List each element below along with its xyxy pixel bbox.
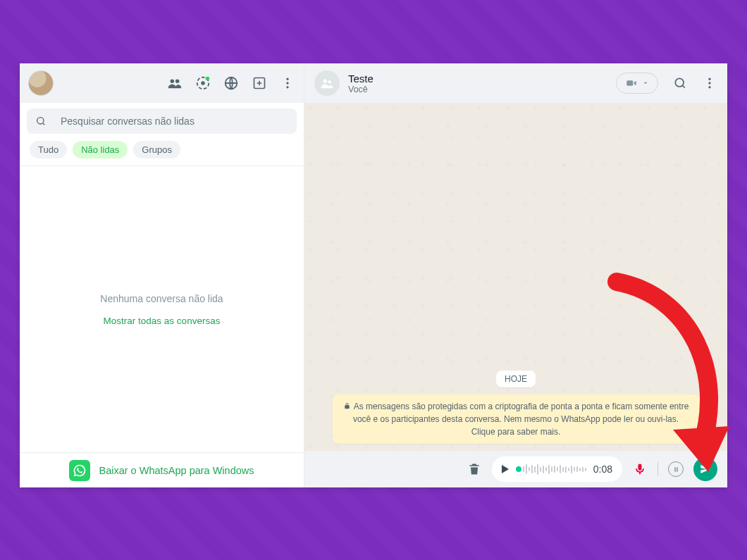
- messages-stack: HOJE As mensagens são protegidas com a c…: [304, 371, 727, 444]
- microphone-icon[interactable]: [632, 461, 648, 477]
- chat-subtitle: Você: [348, 85, 374, 94]
- recording-preview: 0:08: [492, 456, 622, 482]
- chat-header-right: [616, 73, 717, 94]
- encryption-text: As mensagens são protegidas com a cripto…: [353, 402, 689, 437]
- app-window: Tudo Não lidas Grupos Nenhuma conversa n…: [20, 63, 727, 487]
- search-bar[interactable]: [27, 108, 297, 134]
- play-recording-button[interactable]: [502, 465, 509, 473]
- chat-panel: Teste Você HOJE A: [304, 63, 727, 487]
- svg-point-4: [206, 77, 210, 81]
- menu-icon[interactable]: [280, 75, 295, 91]
- svg-point-3: [201, 81, 205, 85]
- svg-point-12: [328, 80, 331, 83]
- communities-icon[interactable]: [167, 75, 183, 91]
- encryption-notice[interactable]: As mensagens são protegidas com a cripto…: [333, 394, 699, 444]
- delete-recording-button[interactable]: [467, 461, 482, 477]
- send-button[interactable]: [693, 457, 717, 481]
- chevron-down-icon: [642, 80, 649, 87]
- playhead-dot: [516, 466, 521, 472]
- whatsapp-logo-icon: [69, 460, 90, 481]
- svg-point-8: [286, 82, 288, 84]
- filter-unread[interactable]: Não lidas: [73, 141, 128, 158]
- filter-all[interactable]: Tudo: [30, 141, 67, 158]
- download-banner[interactable]: Baixar o WhatsApp para Windows: [20, 452, 304, 487]
- svg-point-10: [37, 118, 44, 124]
- recording-duration: 0:08: [593, 463, 612, 475]
- channels-icon[interactable]: [223, 75, 239, 91]
- chat-menu-icon[interactable]: [702, 75, 717, 91]
- group-avatar-icon: [314, 70, 340, 96]
- svg-rect-13: [626, 80, 633, 86]
- chat-header-left[interactable]: Teste Você: [314, 70, 374, 96]
- new-chat-icon[interactable]: [252, 75, 267, 91]
- chat-list-empty: Nenhuma conversa não lida Mostrar todas …: [20, 166, 304, 452]
- sidebar-header: [20, 63, 304, 103]
- svg-point-7: [286, 78, 288, 80]
- search-icon: [35, 116, 47, 127]
- date-separator: HOJE: [496, 371, 536, 387]
- chat-title: Teste: [348, 73, 374, 85]
- chat-search-icon[interactable]: [672, 75, 688, 91]
- chat-header: Teste Você: [304, 63, 727, 103]
- video-icon: [625, 77, 638, 89]
- svg-rect-18: [674, 467, 676, 471]
- pause-recording-button[interactable]: [668, 461, 684, 477]
- chat-messages-area[interactable]: HOJE As mensagens são protegidas com a c…: [304, 103, 727, 451]
- download-label: Baixar o WhatsApp para Windows: [99, 465, 254, 476]
- svg-point-9: [286, 86, 288, 88]
- status-icon[interactable]: [195, 75, 211, 91]
- svg-point-17: [708, 86, 710, 88]
- filter-row: Tudo Não lidas Grupos: [20, 138, 304, 166]
- svg-rect-19: [677, 467, 678, 471]
- waveform[interactable]: [516, 464, 586, 475]
- show-all-conversations-link[interactable]: Mostrar todas as conversas: [104, 316, 221, 326]
- filter-groups[interactable]: Grupos: [133, 141, 180, 158]
- lock-icon: [343, 402, 351, 410]
- svg-point-16: [708, 82, 710, 84]
- search-input[interactable]: [61, 116, 288, 127]
- voice-record-bar: 0:08: [304, 451, 727, 487]
- svg-point-14: [675, 78, 684, 87]
- empty-state-text: Nenhuma conversa não lida: [100, 293, 223, 304]
- divider: [658, 462, 658, 476]
- svg-point-1: [175, 80, 180, 84]
- send-icon: [699, 463, 712, 475]
- video-call-button[interactable]: [616, 73, 658, 94]
- svg-point-0: [171, 80, 175, 84]
- search-container: [20, 103, 304, 138]
- sidebar: Tudo Não lidas Grupos Nenhuma conversa n…: [20, 63, 304, 487]
- svg-point-15: [708, 78, 710, 80]
- svg-point-11: [323, 80, 328, 84]
- sidebar-icon-row: [167, 75, 295, 91]
- user-avatar[interactable]: [28, 70, 54, 96]
